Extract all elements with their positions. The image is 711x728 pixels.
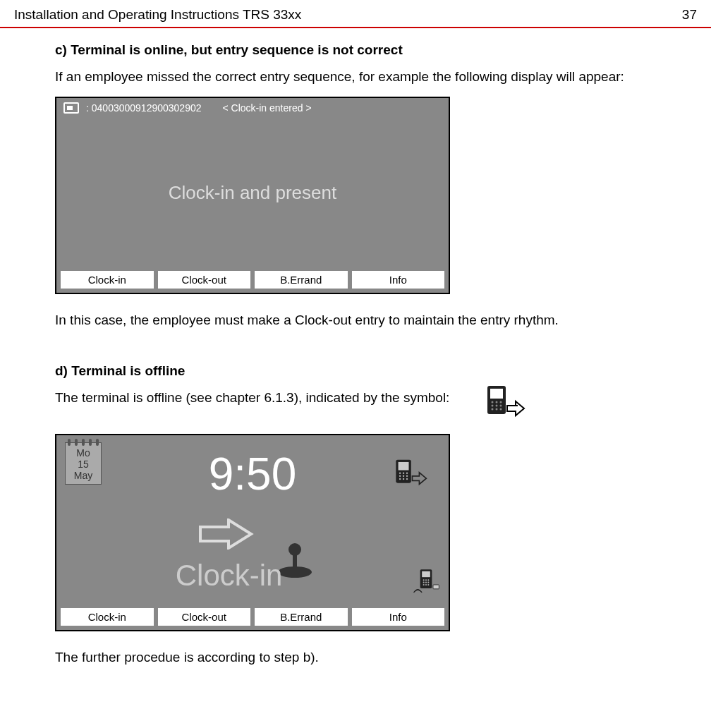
svg-point-32 bbox=[427, 582, 429, 583]
softkey2-info: Info bbox=[352, 608, 445, 626]
calendar-icon: Mo 15 May bbox=[65, 442, 102, 485]
svg-point-21 bbox=[406, 475, 408, 477]
section-c-note: In this case, the employee must make a C… bbox=[55, 311, 683, 330]
svg-point-34 bbox=[425, 584, 427, 586]
offline-symbol-icon bbox=[485, 384, 525, 421]
svg-point-16 bbox=[399, 473, 401, 474]
svg-point-8 bbox=[492, 408, 494, 411]
card-id: : 04003000912900302902 bbox=[86, 102, 202, 114]
screen-softkeys-2: Clock-in Clock-out B.Errand Info bbox=[56, 605, 449, 630]
svg-point-7 bbox=[500, 405, 502, 407]
screen-main-message: Clock-in and present bbox=[56, 118, 449, 268]
svg-point-17 bbox=[403, 473, 404, 474]
svg-rect-1 bbox=[490, 389, 503, 399]
svg-point-31 bbox=[425, 582, 427, 583]
svg-point-2 bbox=[492, 401, 494, 404]
svg-point-30 bbox=[423, 582, 425, 583]
terminal-screenshot-online: : 04003000912900302902 < Clock-in entere… bbox=[55, 97, 450, 294]
card-icon bbox=[63, 102, 79, 114]
screen-topbar: : 04003000912900302902 < Clock-in entere… bbox=[56, 98, 449, 118]
calendar-day: 15 bbox=[66, 459, 101, 470]
svg-point-33 bbox=[423, 584, 425, 586]
section-c-intro: If an employee missed the correct entry … bbox=[55, 68, 683, 87]
softkey-info: Info bbox=[352, 271, 445, 289]
svg-point-23 bbox=[403, 478, 404, 480]
softkey-clock-out: Clock-out bbox=[158, 271, 251, 289]
svg-rect-26 bbox=[422, 571, 430, 577]
svg-point-35 bbox=[427, 584, 429, 586]
page-number: 37 bbox=[682, 7, 697, 23]
svg-point-10 bbox=[500, 408, 502, 411]
svg-point-3 bbox=[496, 401, 498, 404]
screen-softkeys: Clock-in Clock-out B.Errand Info bbox=[56, 268, 449, 293]
svg-point-18 bbox=[406, 473, 408, 474]
section-c-heading: c) Terminal is online, but entry sequenc… bbox=[55, 42, 683, 58]
section-d-outro: The further procedue is according to ste… bbox=[55, 648, 683, 667]
softkey2-clock-in: Clock-in bbox=[61, 608, 154, 626]
phone-signal-icon bbox=[412, 567, 440, 598]
time-display: 9:50 bbox=[209, 448, 297, 500]
calendar-month: May bbox=[66, 470, 101, 481]
svg-point-19 bbox=[399, 475, 401, 477]
softkey-errand: B.Errand bbox=[255, 271, 348, 289]
terminal-screenshot-offline: Mo 15 May 9:50 bbox=[55, 434, 450, 631]
softkey-clock-in: Clock-in bbox=[61, 271, 154, 289]
svg-point-24 bbox=[406, 478, 408, 480]
svg-point-20 bbox=[403, 475, 404, 477]
svg-point-28 bbox=[425, 579, 427, 581]
section-d-intro: The terminal is offline (see chapter 6.1… bbox=[55, 389, 449, 408]
calendar-dow: Mo bbox=[66, 447, 101, 459]
svg-rect-15 bbox=[399, 462, 409, 471]
clockin-status: < Clock-in entered > bbox=[223, 102, 312, 114]
phone-offline-icon bbox=[394, 455, 427, 499]
svg-point-4 bbox=[500, 401, 502, 404]
page-header: Installation and Operating Instructions … bbox=[0, 0, 711, 28]
doc-title: Installation and Operating Instructions … bbox=[14, 7, 301, 23]
svg-point-29 bbox=[427, 579, 429, 581]
svg-point-22 bbox=[399, 478, 401, 480]
page-content: c) Terminal is online, but entry sequenc… bbox=[0, 28, 711, 667]
section-d-heading: d) Terminal is offline bbox=[55, 363, 683, 379]
svg-point-5 bbox=[492, 405, 494, 407]
arrow-right-icon bbox=[198, 518, 254, 552]
softkey2-clock-out: Clock-out bbox=[158, 608, 251, 626]
softkey2-errand: B.Errand bbox=[255, 608, 348, 626]
screen-action-label: Clock-in bbox=[176, 559, 283, 593]
svg-point-6 bbox=[496, 405, 498, 407]
svg-rect-36 bbox=[433, 585, 439, 589]
svg-point-27 bbox=[423, 579, 425, 581]
svg-point-13 bbox=[288, 543, 301, 556]
svg-point-9 bbox=[496, 408, 498, 411]
